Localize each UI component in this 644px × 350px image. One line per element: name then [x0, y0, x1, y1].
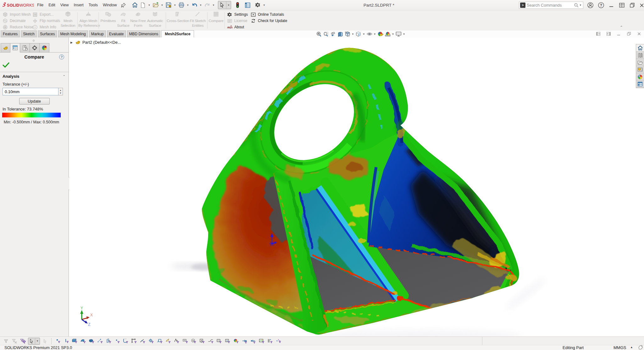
filter-datums-icon[interactable]	[182, 338, 189, 345]
filter-faces-icon[interactable]	[71, 338, 78, 345]
tab-mesh-modeling[interactable]: Mesh Modeling	[58, 31, 88, 37]
decimate-button[interactable]: Decimate	[3, 18, 26, 24]
close-button[interactable]	[637, 0, 644, 10]
select-tool-button[interactable]: ▼	[218, 1, 231, 9]
pane-split-left-icon[interactable]	[596, 32, 600, 36]
interference-icon[interactable]	[234, 2, 241, 8]
print-icon[interactable]	[178, 2, 185, 8]
save-caret[interactable]: ▼	[174, 4, 176, 7]
tab-mesh2surface[interactable]: Mesh2Surface	[161, 30, 194, 37]
menu-file[interactable]: File	[35, 0, 46, 10]
filter-dimensions-icon[interactable]	[165, 338, 172, 345]
filter-blocks-icon[interactable]: A	[224, 338, 231, 345]
tab-evaluate[interactable]: Evaluate	[107, 31, 126, 37]
panel-grip[interactable]	[0, 37, 69, 43]
pane-split-right-icon[interactable]	[607, 32, 611, 36]
display-style-caret[interactable]: ▼	[363, 33, 365, 36]
options-caret[interactable]: ▼	[263, 4, 265, 7]
tree-root-label[interactable]: Part2 (Default<<De...	[82, 40, 121, 45]
reduce-noise-button[interactable]: Reduce Noise	[3, 24, 33, 30]
clear-filters-icon[interactable]	[11, 338, 18, 345]
cross-section-button[interactable]: Cross-Section	[167, 11, 188, 30]
filter-weld-symbols-icon[interactable]	[207, 338, 214, 345]
redo-icon[interactable]	[204, 2, 211, 8]
minimize-button[interactable]	[607, 0, 616, 10]
search-commands-box[interactable]: > Search Commands ▼	[519, 2, 583, 9]
redo-caret[interactable]: ▼	[212, 4, 215, 7]
status-units-label[interactable]: MMGS	[613, 345, 626, 350]
flip-normals-button[interactable]: Flip normals	[32, 18, 60, 24]
filter-surface-finish-icon[interactable]	[173, 338, 180, 345]
restore-button[interactable]	[627, 0, 637, 10]
filter-weld-beads-icon[interactable]	[275, 338, 282, 345]
filter-dowel-pins-left-icon[interactable]	[241, 338, 248, 345]
tab-markup[interactable]: Markup	[89, 31, 106, 37]
new-doc-caret[interactable]: ▼	[148, 4, 151, 7]
hide-show-caret[interactable]: ▼	[374, 33, 376, 36]
taskpane-appearances-icon[interactable]	[636, 73, 644, 81]
filter-planes-icon[interactable]	[105, 338, 112, 345]
list-icon[interactable]	[244, 2, 251, 8]
filter-hatch-icon[interactable]	[216, 338, 223, 345]
zoom-to-fit-icon[interactable]	[315, 31, 322, 37]
user-account-icon[interactable]	[586, 0, 595, 10]
3d-model-canvas[interactable]: Y X Z	[69, 37, 644, 336]
about-button[interactable]: m2s About	[227, 24, 244, 30]
tab-mbd-dimensions[interactable]: MBD Dimensions	[127, 31, 161, 37]
view-settings-icon[interactable]	[395, 31, 402, 37]
propertymanager-tab[interactable]	[10, 43, 20, 53]
filter-axes-icon[interactable]	[97, 338, 104, 345]
fit-surface-button[interactable]: FitSurface	[115, 11, 131, 30]
edit-appearance-icon[interactable]	[377, 31, 384, 37]
filter-toggle-icon[interactable]	[3, 338, 9, 345]
view-orientation-icon[interactable]	[344, 31, 351, 37]
tree-expand-arrow[interactable]: ▶	[70, 41, 73, 44]
open-caret[interactable]: ▼	[161, 4, 163, 7]
automatic-surface-button[interactable]: AutomaticSurface	[145, 11, 165, 30]
filter-sketch-segments-icon[interactable]	[131, 338, 138, 345]
apply-scene-icon[interactable]	[384, 31, 391, 37]
menu-view[interactable]: View	[58, 0, 71, 10]
analysis-section-header[interactable]: Analysis	[3, 74, 19, 79]
filter-cosmetic-threads-icon[interactable]	[233, 338, 240, 345]
filter-routing-points-icon[interactable]	[267, 338, 274, 345]
filter-notes-icon[interactable]: N	[190, 338, 197, 345]
filter-images-icon[interactable]	[258, 338, 265, 345]
undo-caret[interactable]: ▼	[199, 4, 202, 7]
filter-solid-bodies-icon[interactable]	[88, 338, 95, 345]
ribbon-collapse-chevron[interactable]: ⌃	[620, 25, 623, 30]
menu-insert[interactable]: Insert	[71, 0, 86, 10]
filter-surface-bodies-icon[interactable]	[80, 338, 87, 345]
tolerance-spinner[interactable]: ▲▼	[58, 88, 63, 95]
filter-select-tool[interactable]: ▼	[28, 338, 40, 345]
fit-sketch-entities-button[interactable]: Fit SketchEntities	[188, 11, 207, 30]
taskpane-view-palette-icon[interactable]	[636, 66, 644, 73]
tab-sketch[interactable]: Sketch	[21, 31, 37, 37]
filter-midpoints-icon[interactable]	[139, 338, 146, 345]
pane-restore-icon[interactable]	[627, 32, 631, 36]
featuremanager-tab[interactable]	[1, 43, 10, 53]
check-for-update-button[interactable]: Check for Update	[251, 18, 287, 24]
filter-dowel-pins-right-icon[interactable]	[250, 338, 257, 345]
feature-tree-flyout[interactable]: ▶ Part2 (Default<<De...	[70, 40, 121, 45]
align-mesh-button[interactable]: Align MeshBy Reference	[78, 11, 98, 30]
tags-icon[interactable]	[638, 345, 643, 350]
units-caret[interactable]: ▲	[630, 346, 633, 349]
menu-edit[interactable]: Edit	[46, 0, 58, 10]
search-caret[interactable]: ▼	[579, 4, 582, 7]
print-caret[interactable]: ▼	[186, 4, 189, 7]
section-view-icon[interactable]	[337, 31, 344, 37]
menu-window[interactable]: Window	[100, 0, 119, 10]
tab-surfaces[interactable]: Surfaces	[38, 31, 57, 37]
pane-close-icon[interactable]	[637, 32, 641, 36]
apply-scene-caret[interactable]: ▼	[392, 33, 394, 36]
graphics-viewport[interactable]: Y X Z ▶ Part2 (Default<<De...	[69, 37, 644, 336]
view-orientation-caret[interactable]: ▼	[352, 33, 354, 36]
new-document-icon[interactable]	[140, 2, 147, 8]
tolerance-input[interactable]	[3, 88, 58, 95]
menu-tools[interactable]: Tools	[86, 0, 100, 10]
help-circle-icon[interactable]: ?	[59, 54, 64, 59]
multi-filter-icon[interactable]	[19, 338, 26, 345]
help-icon[interactable]: ?	[596, 0, 606, 10]
undo-icon[interactable]	[191, 2, 198, 8]
